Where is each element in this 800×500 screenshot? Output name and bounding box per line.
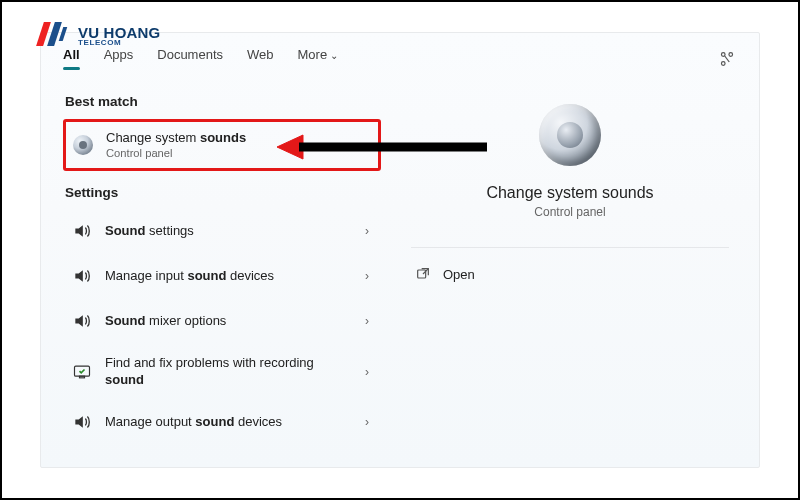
- svg-point-2: [721, 61, 725, 65]
- settings-result-title: Sound settings: [105, 223, 353, 239]
- brand-watermark: VU HOANG TELECOM: [38, 22, 160, 48]
- sound-icon: [71, 310, 93, 332]
- settings-result[interactable]: Manage output sound devices›: [63, 401, 381, 443]
- divider: [411, 247, 729, 248]
- settings-result[interactable]: Sound settings›: [63, 210, 381, 252]
- result-title: Change system sounds: [106, 130, 366, 146]
- section-settings: Settings: [65, 185, 381, 200]
- chevron-right-icon: ›: [365, 365, 369, 379]
- settings-result[interactable]: Find and fix problems with recording sou…: [63, 345, 381, 398]
- settings-result-title: Find and fix problems with recording sou…: [105, 355, 353, 388]
- result-change-system-sounds[interactable]: Change system sounds Control panel: [63, 119, 381, 171]
- preview-subtitle: Control panel: [534, 205, 605, 219]
- section-best-match: Best match: [65, 94, 381, 109]
- settings-result[interactable]: Manage input sound devices›: [63, 255, 381, 297]
- troubleshoot-icon: [71, 361, 93, 383]
- svg-point-1: [729, 52, 733, 56]
- svg-rect-4: [80, 376, 85, 378]
- result-subtitle: Control panel: [106, 146, 366, 160]
- speaker-large-icon: [539, 104, 601, 166]
- settings-result-title: Sound mixer options: [105, 313, 353, 329]
- sound-icon: [71, 265, 93, 287]
- speaker-icon: [72, 134, 94, 156]
- open-label: Open: [443, 267, 475, 282]
- open-icon: [415, 266, 431, 282]
- preview-title: Change system sounds: [486, 184, 653, 202]
- sound-icon: [71, 411, 93, 433]
- brand-logo: [38, 22, 72, 48]
- settings-result-title: Manage output sound devices: [105, 414, 353, 430]
- preview-column: Change system sounds Control panel Open: [387, 70, 759, 467]
- sound-icon: [71, 220, 93, 242]
- chevron-right-icon: ›: [365, 224, 369, 238]
- chevron-right-icon: ›: [365, 269, 369, 283]
- chevron-down-icon: ⌄: [330, 50, 338, 61]
- tab-documents[interactable]: Documents: [157, 47, 223, 70]
- tab-apps[interactable]: Apps: [104, 47, 134, 70]
- chevron-right-icon: ›: [365, 314, 369, 328]
- settings-result-title: Manage input sound devices: [105, 268, 353, 284]
- tab-all[interactable]: All: [63, 47, 80, 70]
- apps-overview-icon[interactable]: [717, 49, 737, 69]
- search-panel: All Apps Documents Web More⌄ Best match …: [40, 32, 760, 468]
- tab-web[interactable]: Web: [247, 47, 274, 70]
- chevron-right-icon: ›: [365, 415, 369, 429]
- results-column: Best match Change system sounds Control …: [41, 70, 387, 467]
- svg-point-0: [721, 52, 725, 56]
- tab-more[interactable]: More⌄: [298, 47, 339, 70]
- settings-result[interactable]: Sound mixer options›: [63, 300, 381, 342]
- open-action[interactable]: Open: [411, 258, 729, 290]
- svg-rect-5: [418, 270, 426, 278]
